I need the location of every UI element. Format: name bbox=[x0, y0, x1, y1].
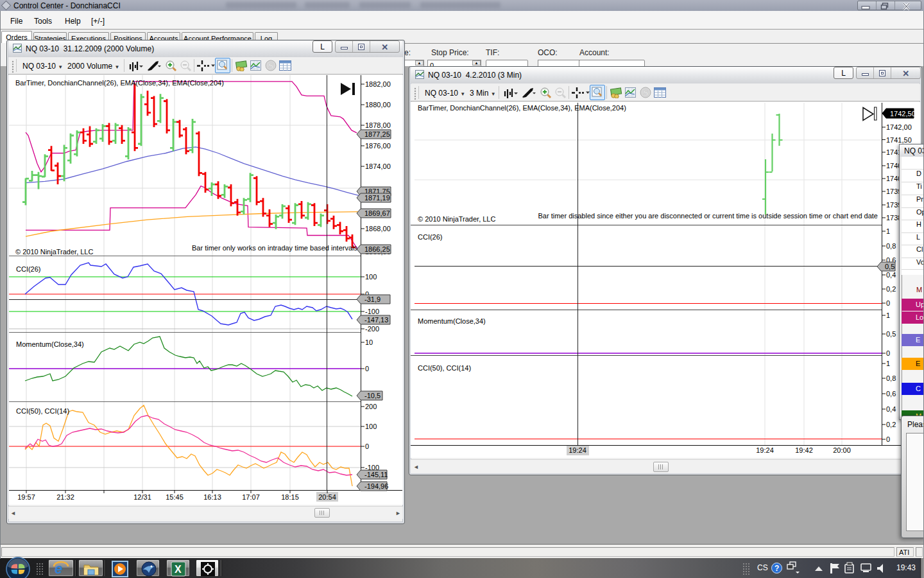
svg-text:0,8: 0,8 bbox=[886, 242, 896, 250]
svg-text:0,6: 0,6 bbox=[886, 390, 896, 398]
svg-text:0,5: 0,5 bbox=[886, 330, 896, 338]
svg-text:19:24: 19:24 bbox=[569, 446, 586, 454]
svg-text:19:42: 19:42 bbox=[795, 446, 813, 454]
svg-text:CCI(50), CCI(14): CCI(50), CCI(14) bbox=[418, 364, 471, 372]
svg-text:0,4: 0,4 bbox=[886, 405, 896, 413]
svg-text:0: 0 bbox=[886, 435, 890, 443]
svg-text:?: ? bbox=[774, 564, 779, 573]
svg-text:1: 1 bbox=[886, 360, 890, 367]
svg-text:Momentum(Close,34): Momentum(Close,34) bbox=[418, 317, 486, 325]
svg-text:1: 1 bbox=[886, 227, 890, 235]
svg-text:Bar timer disabled since eithe: Bar timer disabled since either you are … bbox=[538, 212, 878, 220]
svg-text:1741,50: 1741,50 bbox=[886, 136, 912, 144]
svg-text:20:00: 20:00 bbox=[833, 446, 851, 454]
svg-text:1742,00: 1742,00 bbox=[886, 123, 912, 131]
svg-text:19:24: 19:24 bbox=[756, 446, 774, 454]
svg-text:X: X bbox=[175, 564, 182, 575]
svg-text:0: 0 bbox=[886, 349, 890, 357]
svg-text:© 2010 NinjaTrader, LLC: © 2010 NinjaTrader, LLC bbox=[418, 215, 495, 223]
svg-text:0: 0 bbox=[886, 299, 890, 307]
svg-text:0,4: 0,4 bbox=[886, 271, 896, 279]
svg-text:1742,50: 1742,50 bbox=[890, 110, 916, 118]
svg-text:0,2: 0,2 bbox=[886, 421, 896, 428]
svg-text:0,8: 0,8 bbox=[886, 374, 896, 382]
svg-text:0,5: 0,5 bbox=[885, 263, 894, 270]
svg-text:0,2: 0,2 bbox=[886, 285, 896, 293]
svg-text:1: 1 bbox=[886, 311, 890, 319]
svg-text:CCI(26): CCI(26) bbox=[418, 233, 443, 241]
svg-text:BarTimer, DonchianChannel(26),: BarTimer, DonchianChannel(26), EMA(Close… bbox=[418, 104, 626, 112]
